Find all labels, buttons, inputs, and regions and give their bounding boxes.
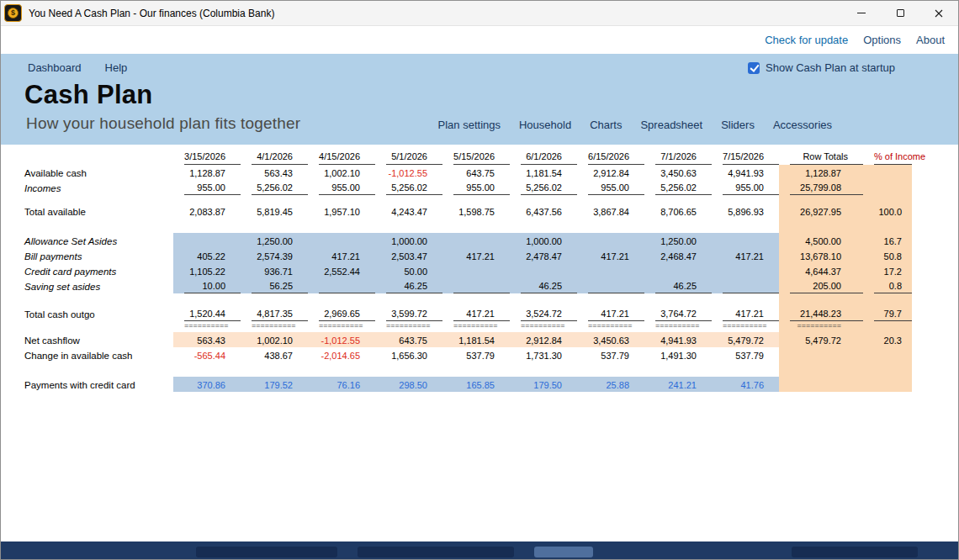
table-cell (712, 278, 779, 293)
cash-plan-table-element: 3/15/20264/1/20264/15/20265/1/20265/15/2… (24, 150, 912, 392)
link-options[interactable]: Options (863, 34, 901, 46)
table-cell: 241.21 (644, 377, 712, 392)
spacer-cell (779, 362, 863, 377)
row-label: Total cash outgo (24, 306, 173, 321)
separator-row: ========================================… (24, 321, 912, 332)
column-header: 7/15/2026 (712, 150, 779, 165)
table-cell: 46.25 (644, 278, 712, 293)
table-cell: 5,256.02 (644, 180, 712, 195)
corner-cell (24, 150, 173, 165)
table-cell: 643.75 (375, 332, 442, 347)
spacer-cell (577, 219, 644, 233)
spacer-cell (173, 195, 241, 203)
link-check-for-update[interactable]: Check for update (765, 34, 848, 46)
row-label: Allowance Set Asides (24, 233, 173, 248)
table-cell (442, 263, 510, 278)
minimize-button[interactable] (842, 1, 881, 25)
table-cell: 3,867.84 (577, 203, 644, 219)
tab-accessories[interactable]: Accessories (773, 119, 832, 131)
maximize-icon (897, 9, 904, 17)
table-cell: 5,896.93 (712, 203, 779, 219)
row-total-cell: 4,500.00 (779, 233, 863, 248)
tab-household[interactable]: Household (519, 119, 571, 131)
row-total-cell (779, 347, 863, 362)
table-cell: 955.00 (442, 180, 510, 195)
table-cell: 1,491.30 (644, 347, 712, 362)
spacer-cell (375, 219, 442, 233)
spacer-cell (510, 195, 577, 203)
menu-help[interactable]: Help (105, 61, 128, 74)
table-cell: 1,957.10 (308, 203, 375, 219)
tab-sliders[interactable]: Sliders (721, 119, 755, 131)
row-label: Credit card payments (24, 263, 173, 278)
table-row: Allowance Set Asides1,250.001,000.001,00… (24, 233, 912, 248)
spacer-cell (577, 293, 644, 306)
spacer-cell (577, 195, 644, 203)
maximize-button[interactable] (881, 1, 919, 25)
spacer-cell (863, 219, 912, 233)
column-header: 5/1/2026 (375, 150, 442, 165)
view-tabs: Plan settingsHouseholdChartsSpreadsheetS… (438, 119, 832, 131)
title-bar: $ You Need A Cash Plan - Our finances (C… (1, 1, 958, 26)
table-cell: 370.86 (173, 377, 241, 392)
close-icon (935, 9, 943, 18)
separator-cell: ========== (308, 321, 375, 332)
table-cell: 1,181.54 (510, 165, 577, 180)
startup-checkbox-label: Show Cash Plan at startup (766, 61, 895, 74)
column-header: 4/1/2026 (241, 150, 308, 165)
table-row: Bill payments405.222,574.39417.212,503.4… (24, 248, 912, 263)
table-cell: 46.25 (375, 278, 442, 293)
table-cell: 5,479.72 (712, 332, 779, 347)
header-menu-row: DashboardHelp Show Cash Plan at startup (1, 60, 958, 74)
row-label: Available cash (24, 165, 173, 180)
spacer-cell (644, 219, 712, 233)
pct-cell: 17.2 (863, 263, 912, 278)
table-cell: 1,105.22 (173, 263, 241, 278)
table-cell: 417.21 (442, 248, 510, 263)
row-label: Change in available cash (24, 347, 173, 362)
column-header: 3/15/2026 (173, 150, 241, 165)
table-cell: 417.21 (712, 306, 779, 321)
menu-dashboard[interactable]: Dashboard (28, 61, 82, 74)
table-cell: 5,256.02 (510, 180, 577, 195)
tab-plan-settings[interactable]: Plan settings (438, 119, 501, 131)
row-total-cell: 4,644.37 (779, 263, 863, 278)
row-total-cell: 205.00 (779, 278, 863, 293)
spacer-cell (308, 293, 375, 306)
table-cell (577, 278, 644, 293)
tab-spreadsheet[interactable]: Spreadsheet (640, 119, 702, 131)
spacer-cell (241, 219, 308, 233)
table-cell: 46.25 (510, 278, 577, 293)
table-cell: 563.43 (173, 332, 241, 347)
table-cell (442, 278, 510, 293)
link-about[interactable]: About (916, 34, 945, 46)
spacer-cell (442, 362, 510, 377)
table-cell: 537.79 (577, 347, 644, 362)
tab-charts[interactable]: Charts (590, 119, 622, 131)
table-cell: 4,941.93 (712, 165, 779, 180)
column-header: 7/1/2026 (644, 150, 712, 165)
table-row: Total cash outgo1,520.444,817.352,969.65… (24, 306, 912, 321)
table-row: Available cash1,128.87563.431,002.10-1,0… (24, 165, 912, 180)
pct-cell: 16.7 (863, 233, 912, 248)
table-cell: 41.76 (712, 377, 779, 392)
spacer-cell (24, 219, 173, 233)
table-cell: 1,002.10 (308, 165, 375, 180)
close-button[interactable] (919, 1, 958, 25)
pct-cell: 100.0 (863, 203, 912, 219)
table-cell: 1,002.10 (241, 332, 308, 347)
separator-cell: ========== (173, 321, 241, 332)
table-cell: 955.00 (308, 180, 375, 195)
table-cell: 1,000.00 (375, 233, 442, 248)
spacer-cell (712, 293, 779, 306)
header-band: DashboardHelp Show Cash Plan at startup … (1, 54, 958, 145)
table-cell: 10.00 (173, 278, 241, 293)
app-window: $ You Need A Cash Plan - Our finances (C… (0, 0, 959, 560)
table-cell: 955.00 (712, 180, 779, 195)
startup-checkbox[interactable]: Show Cash Plan at startup (748, 61, 895, 74)
column-header: 6/1/2026 (510, 150, 577, 165)
table-row: Credit card payments1,105.22936.712,552.… (24, 263, 912, 278)
table-cell: 4,817.35 (241, 306, 308, 321)
pct-cell: 20.3 (863, 332, 912, 347)
table-cell: 643.75 (442, 165, 510, 180)
